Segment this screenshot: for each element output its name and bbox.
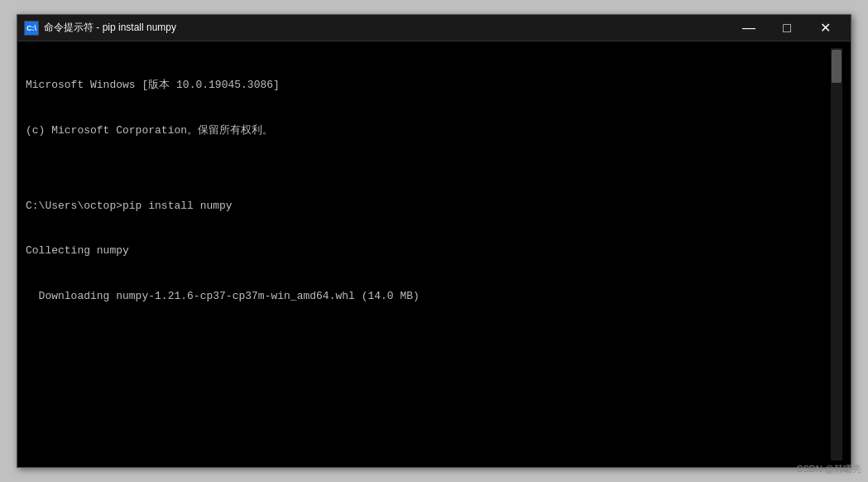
window-icon: C:\ bbox=[24, 21, 39, 36]
window-controls: — □ ✕ bbox=[730, 15, 844, 41]
console-line-2: (c) Microsoft Corporation。保留所有权利。 bbox=[26, 123, 831, 138]
close-button[interactable]: ✕ bbox=[806, 15, 844, 41]
title-bar: C:\ 命令提示符 - pip install numpy — □ ✕ bbox=[17, 15, 851, 41]
title-bar-text: 命令提示符 - pip install numpy bbox=[44, 21, 730, 35]
console-line-5: Collecting numpy bbox=[26, 243, 831, 258]
console-line-1: Microsoft Windows [版本 10.0.19045.3086] bbox=[26, 78, 831, 93]
console-line-6: Downloading numpy-1.21.6-cp37-cp37m-win_… bbox=[26, 289, 831, 304]
console-output: Microsoft Windows [版本 10.0.19045.3086] (… bbox=[26, 48, 831, 460]
scrollbar[interactable] bbox=[831, 48, 842, 460]
minimize-button[interactable]: — bbox=[730, 15, 768, 41]
cmd-window: C:\ 命令提示符 - pip install numpy — □ ✕ Micr… bbox=[17, 14, 851, 468]
console-line-4: C:\Users\octop>pip install numpy bbox=[26, 199, 831, 214]
maximize-button[interactable]: □ bbox=[768, 15, 806, 41]
watermark: CSDN @韩曙亮 bbox=[797, 463, 861, 475]
console-area: Microsoft Windows [版本 10.0.19045.3086] (… bbox=[17, 41, 851, 467]
scrollbar-thumb[interactable] bbox=[832, 50, 842, 83]
